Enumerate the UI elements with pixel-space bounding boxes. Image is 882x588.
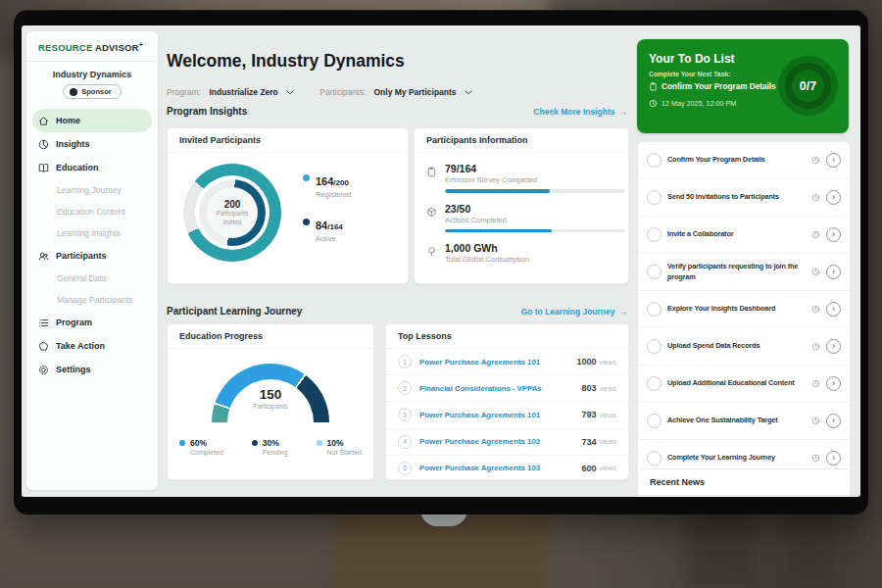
lesson-row: 5 Power Purchase Agreements 103 600 view… <box>386 456 628 481</box>
sidebar-item-label: Learning Journey <box>57 185 122 195</box>
lesson-row: 3 Power Purchase Agreements 101 793 view… <box>386 402 628 428</box>
legend-dot <box>252 440 258 446</box>
task-checkbox[interactable] <box>647 265 662 279</box>
task-label: Upload Spend Data Records <box>667 341 806 352</box>
legend-item-completed: 60% Completed <box>179 438 223 456</box>
stat-value: 79/164 <box>445 163 625 174</box>
task-open-button[interactable]: › <box>826 227 841 242</box>
task-open-button[interactable]: › <box>826 414 841 428</box>
stat-label: Emission Survey Completed <box>445 175 625 184</box>
progress-fill <box>445 229 552 233</box>
task-label: Invite a Collaborator <box>667 229 806 240</box>
sidebar-item-label: Program <box>56 318 92 327</box>
task-checkbox[interactable] <box>647 227 662 242</box>
task-checkbox[interactable] <box>647 414 662 428</box>
lesson-link[interactable]: Financial Considerations - VPPAs <box>419 384 581 393</box>
sidebar-item-learning-insights[interactable]: Learning Insights <box>26 222 158 244</box>
pentagon-icon <box>38 341 49 352</box>
sidebar-item-program[interactable]: Program <box>26 311 158 334</box>
lesson-views-label: views <box>599 385 616 392</box>
task-row[interactable]: Achieve One Sustainability Target › <box>638 403 850 440</box>
donut-center-label: 200 Participants Invited <box>183 164 281 262</box>
task-checkbox[interactable] <box>647 302 662 317</box>
task-row[interactable]: Send 50 Invitations to Participants › <box>638 179 850 217</box>
check-more-insights-link[interactable]: Check More Insights → <box>533 107 627 117</box>
task-checkbox[interactable] <box>647 376 662 391</box>
sidebar-item-learning-journey[interactable]: Learning Journey <box>26 179 158 201</box>
task-open-button[interactable]: › <box>826 339 841 354</box>
lesson-views-label: views <box>599 412 616 418</box>
sidebar-item-participants[interactable]: Participants <box>26 244 158 268</box>
clock-icon <box>811 156 820 165</box>
sidebar-item-general-data[interactable]: General Data <box>26 268 158 289</box>
task-open-button[interactable]: › <box>826 451 841 466</box>
chevron-right-icon: › <box>832 267 835 276</box>
filter-bar: Program: Industrialize Zero Participants… <box>167 81 472 99</box>
lesson-link[interactable]: Power Purchase Agreements 101 <box>419 358 576 367</box>
task-open-button[interactable]: › <box>826 302 841 317</box>
legend-total: /200 <box>333 178 349 187</box>
clock-icon <box>811 416 820 425</box>
sidebar-item-label: Manage Participants <box>57 295 133 305</box>
task-row[interactable]: Upload Spend Data Records › <box>638 328 850 366</box>
lesson-link[interactable]: Power Purchase Agreements 103 <box>419 464 581 472</box>
pie-chart-icon <box>38 139 49 150</box>
lesson-link[interactable]: Power Purchase Agreements 101 <box>419 411 581 419</box>
task-checkbox[interactable] <box>647 451 662 466</box>
sidebar-item-education-content[interactable]: Education Content <box>26 201 158 222</box>
sidebar-nav: Home Insights Education Learning Journey… <box>26 109 158 381</box>
clipboard-icon <box>426 167 437 177</box>
invited-participants-donut-chart: 200 Participants Invited <box>183 164 281 262</box>
card-title: Invited Participants <box>168 128 408 153</box>
participants-information-card: Participants Information 79/164 Emission… <box>414 127 629 284</box>
sidebar-item-manage-participants[interactable]: Manage Participants <box>26 289 158 311</box>
participants-select[interactable]: Participants: Only My Participants <box>319 81 472 99</box>
book-icon <box>38 163 49 173</box>
sidebar-item-education[interactable]: Education <box>26 156 158 179</box>
task-row[interactable]: Invite a Collaborator › <box>638 217 850 254</box>
sidebar-item-label: Home <box>56 116 80 125</box>
task-checkbox[interactable] <box>647 339 662 354</box>
cube-icon <box>426 207 437 218</box>
task-checkbox[interactable] <box>647 190 662 205</box>
sidebar-item-home[interactable]: Home <box>32 109 152 132</box>
lesson-views: 734 <box>581 437 596 447</box>
legend-item-pending: 30% Pending <box>252 438 288 456</box>
donut-center-value: 200 <box>224 199 241 210</box>
task-row[interactable]: Verify participants requesting to join t… <box>638 254 850 291</box>
legend-label: Registered <box>316 190 351 199</box>
task-open-button[interactable]: › <box>826 153 841 168</box>
monitor-screen: RESOURCE ADVISOR+ Industry Dynamics Spon… <box>22 25 860 497</box>
main-content: Welcome, Industry Dynamics Program: Indu… <box>167 25 627 497</box>
task-open-button[interactable]: › <box>826 376 841 391</box>
task-row[interactable]: Explore Your Insights Dashboard › <box>638 291 850 328</box>
task-row[interactable]: Upload Additional Educational Content › <box>638 366 850 403</box>
lesson-rank: 1 <box>398 355 412 368</box>
sidebar-item-settings[interactable]: Settings <box>26 358 158 381</box>
go-to-learning-journey-link[interactable]: Go to Learning Journey → <box>521 307 627 317</box>
sidebar-item-insights[interactable]: Insights <box>26 132 158 156</box>
task-open-button[interactable]: › <box>826 265 841 279</box>
lesson-link[interactable]: Power Purchase Agreements 102 <box>419 437 581 446</box>
gauge-center-text: Participants <box>212 403 329 410</box>
todo-subtitle: Complete Your Next Task: <box>649 71 730 77</box>
clock-icon <box>811 342 820 351</box>
program-select[interactable]: Program: Industrialize Zero <box>167 81 294 99</box>
legend-value: 164 <box>316 175 333 187</box>
clipboard-icon <box>649 82 658 91</box>
task-checkbox[interactable] <box>647 153 662 168</box>
task-open-button[interactable]: › <box>826 190 841 205</box>
sidebar: RESOURCE ADVISOR+ Industry Dynamics Spon… <box>26 31 158 490</box>
legend-item-active: 84/164 Active <box>303 216 351 243</box>
lesson-row: 1 Power Purchase Agreements 101 1000 vie… <box>386 349 628 375</box>
legend-value: 84 <box>316 220 327 231</box>
lesson-views: 1000 <box>576 357 596 367</box>
lesson-views-label: views <box>599 438 616 445</box>
sidebar-item-take-action[interactable]: Take Action <box>26 334 158 358</box>
legend-label: Active <box>316 234 343 243</box>
donut-legend: 164/200 Registered 84/164 Active <box>303 172 351 243</box>
sidebar-item-label: Settings <box>56 365 91 374</box>
todo-title: Your To Do List <box>649 52 735 66</box>
task-row[interactable]: Confirm Your Program Details › <box>638 142 850 179</box>
arrow-right-icon: → <box>619 107 628 117</box>
